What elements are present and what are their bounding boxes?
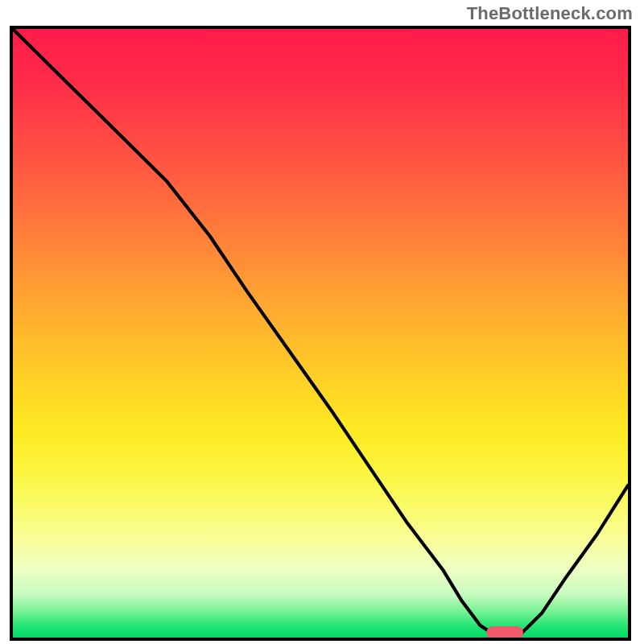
bottleneck-curve [13,29,628,638]
chart-svg [13,29,628,638]
watermark-text: TheBottleneck.com [467,3,633,24]
optimal-marker [486,626,523,639]
chart-frame [10,26,631,641]
